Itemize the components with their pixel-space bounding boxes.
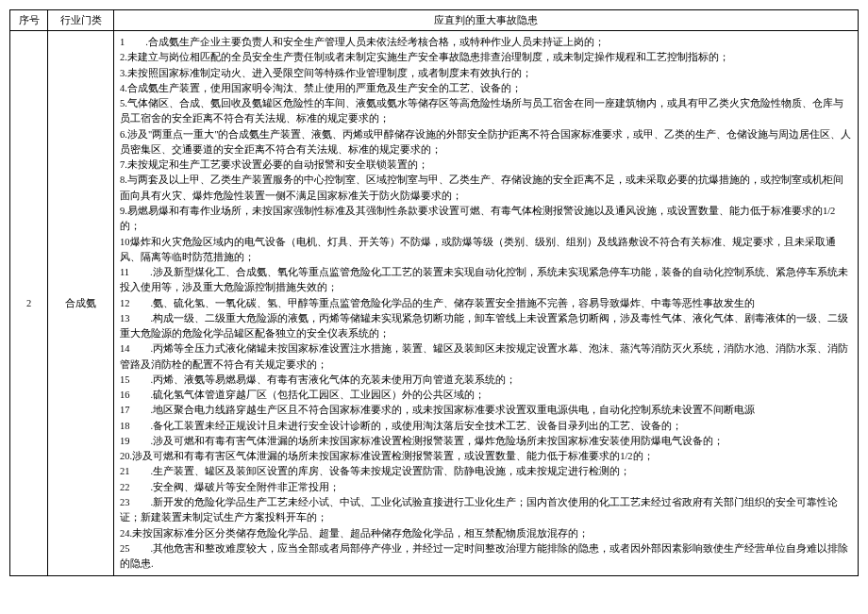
hazard-item: 5.气体储区、合成、氨回收及氨罐区危险性的车间、液氨或氨水等储存区等高危险性场所… (120, 96, 852, 127)
hazard-item: 22 .安全阀、爆破片等安全附件非正常投用； (120, 480, 852, 495)
hazard-table: 序号 行业门类 应直判的重大事故隐患 2 合成氨 1 .合成氨生产企业主要负责人… (9, 9, 859, 576)
hazard-item: 11 .涉及新型煤化工、合成氨、氧化等重点监管危险化工工艺的装置未实现自动化控制… (120, 265, 852, 296)
hazard-item: 12 .氨、硫化氢、一氧化碳、氢、甲醇等重点监管危险化学品的生产、储存装置安全措… (120, 296, 852, 311)
hazard-item: 10爆炸和火灾危险区域内的电气设备（电机、灯具、开关等）不防爆，或防爆等级（类别… (120, 235, 852, 266)
hazard-item: 7.未按规定和生产工艺要求设置必要的自动报警和安全联锁装置的； (120, 158, 852, 173)
industry-cell: 合成氨 (48, 31, 114, 576)
seq-cell: 2 (10, 31, 48, 576)
hazard-cell: 1 .合成氨生产企业主要负责人和安全生产管理人员未依法经考核合格，或特种作业人员… (114, 31, 859, 576)
hazard-item: 3.未按照国家标准制定动火、进入受限空间等特殊作业管理制度，或者制度未有效执行的… (120, 66, 852, 81)
hazard-item: 18 .备化工装置未经正规设计且未进行安全设计诊断的，或使用淘汰落后安全技术工艺… (120, 419, 852, 434)
hazard-item: 17 .地区聚合电力线路穿越生产区且不符合国家标准要求的，或未按国家标准要求设置… (120, 403, 852, 418)
hazard-item: 6.涉及"两重点一重大"的合成氨生产装置、液氨、丙烯或甲醇储存设施的外部安全防护… (120, 127, 852, 158)
hazard-item: 1 .合成氨生产企业主要负责人和安全生产管理人员未依法经考核合格，或特种作业人员… (120, 35, 852, 50)
hazard-item: 15 .丙烯、液氨等易燃易爆、有毒有害液化气体的充装未使用万向管道充装系统的； (120, 373, 852, 388)
hazard-item: 8.与两套及以上甲、乙类生产装置服务的中心控制室、区域控制室与甲、乙类生产、存储… (120, 173, 852, 204)
hazard-item: 9.易燃易爆和有毒作业场所，未按国家强制性标准及其强制性条款要求设置可燃、有毒气… (120, 204, 852, 235)
hazard-item: 13 .构成一级、二级重大危险源的液氨，丙烯等储罐未实现紧急切断功能，卸车管线上… (120, 311, 852, 342)
hazard-item: 4.合成氨生产装置，使用国家明令淘汰、禁止使用的严重危及生产安全的工艺、设备的； (120, 81, 852, 96)
hazard-item: 25 .其他危害和整改难度较大，应当全部或者局部停产停业，并经过一定时间整改治理… (120, 541, 852, 573)
header-seq: 序号 (10, 10, 48, 31)
hazard-item: 19 .涉及可燃和有毒有害气体泄漏的场所未按国家标准设置检测报警装置，爆炸危险场… (120, 434, 852, 449)
header-industry: 行业门类 (48, 10, 114, 31)
hazard-item: 2.未建立与岗位相匹配的全员安全生产责任制或者未制定实施生产安全事故隐患排查治理… (120, 50, 852, 65)
hazard-item: 14 .丙烯等全压力式液化储罐未按国家标准设置注水措施，装置、罐区及装卸区未按规… (120, 341, 852, 373)
table-row: 2 合成氨 1 .合成氨生产企业主要负责人和安全生产管理人员未依法经考核合格，或… (10, 31, 859, 576)
hazard-item: 23 .新开发的危险化学品生产工艺未经小试、中试、工业化试验直接进行工业化生产；… (120, 495, 852, 526)
header-row: 序号 行业门类 应直判的重大事故隐患 (10, 10, 859, 31)
hazard-item: 21 .生产装置、罐区及装卸区设置的库房、设备等未按规定设置防雷、防静电设施，或… (120, 464, 852, 479)
hazard-item: 24.未按国家标准分区分类储存危险化学品、超量、超品种储存危险化学品，相互禁配物… (120, 526, 852, 541)
hazard-item: 16 .硫化氢气体管道穿越厂区（包括化工园区、工业园区）外的公共区域的； (120, 388, 852, 403)
hazard-item: 20.涉及可燃和有毒有害区气体泄漏的场所未按国家标准设置检测报警装置，或设置数量… (120, 449, 852, 464)
header-hazard: 应直判的重大事故隐患 (114, 10, 859, 31)
